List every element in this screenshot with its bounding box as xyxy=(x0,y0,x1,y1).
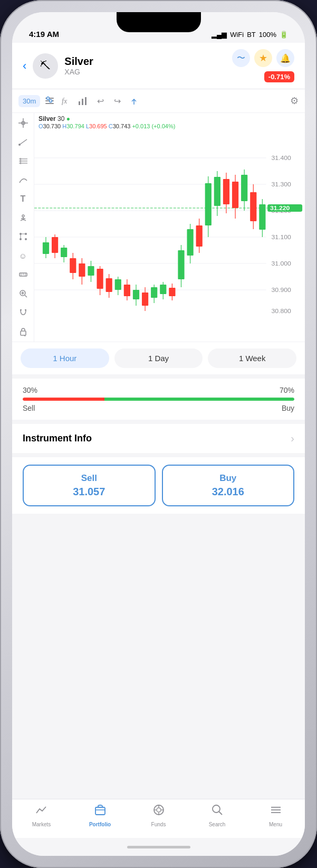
svg-rect-58 xyxy=(52,237,58,253)
sell-price: 31.057 xyxy=(31,486,147,498)
hline-tool[interactable] xyxy=(16,155,31,167)
asset-code: XAG xyxy=(64,68,226,76)
status-icons: ▂▄▆ WiFi BT 100% 🔋 xyxy=(212,31,288,39)
funds-icon xyxy=(152,804,165,819)
header-top-icons: 〜 ★ 🔔 xyxy=(232,49,294,67)
svg-rect-105 xyxy=(95,807,105,815)
formula-button[interactable]: fx xyxy=(59,93,74,108)
chart-type-button[interactable] xyxy=(76,93,91,108)
wave-button[interactable]: 〜 xyxy=(232,49,250,67)
svg-rect-82 xyxy=(160,285,166,294)
ruler-tool[interactable] xyxy=(16,269,31,280)
svg-rect-102 xyxy=(250,192,256,221)
svg-text:31.400: 31.400 xyxy=(271,155,291,161)
tab-search[interactable]: Search xyxy=(188,804,246,827)
draw-button[interactable] xyxy=(127,93,141,108)
svg-rect-86 xyxy=(178,250,184,279)
text-tool[interactable]: T xyxy=(16,193,31,205)
chart-section: 30m fx xyxy=(12,89,305,374)
svg-rect-88 xyxy=(187,229,193,256)
avatar: ⛏ xyxy=(33,53,58,79)
alert-button[interactable]: 🔔 xyxy=(276,49,294,67)
svg-point-3 xyxy=(47,97,50,100)
svg-text:fx: fx xyxy=(62,97,68,105)
buy-label: Buy xyxy=(282,404,294,412)
undo-button[interactable]: ↩ xyxy=(93,93,108,108)
period-1day[interactable]: 1 Day xyxy=(114,348,203,368)
lock-tool[interactable] xyxy=(16,326,31,337)
chart-canvas[interactable]: Silver 30 ● O30.730 H30.794 L30.695 C30.… xyxy=(34,113,305,342)
svg-rect-64 xyxy=(79,263,85,277)
wifi-icon: WiFi xyxy=(230,31,244,39)
svg-text:30.900: 30.900 xyxy=(271,287,291,293)
period-1week[interactable]: 1 Week xyxy=(208,348,296,368)
sentiment-buy-bar xyxy=(104,398,295,401)
home-bar xyxy=(127,846,190,848)
sell-button[interactable]: Sell 31.057 xyxy=(23,465,156,506)
search-label: Search xyxy=(209,822,226,827)
search-icon xyxy=(211,804,224,819)
emoji-tool[interactable]: ☺ xyxy=(16,250,31,261)
tab-funds[interactable]: Funds xyxy=(129,804,188,827)
svg-text:31.100: 31.100 xyxy=(271,234,291,240)
time-periods: 1 Hour 1 Day 1 Week xyxy=(12,342,305,374)
timeframe-button[interactable]: 30m xyxy=(18,95,40,107)
price-change-badge: -0.71% xyxy=(264,71,294,82)
asset-info: Silver XAG xyxy=(64,55,226,76)
trade-section: Sell 31.057 Buy 32.016 xyxy=(12,457,305,514)
buy-percentage: 70% xyxy=(280,386,294,394)
svg-point-13 xyxy=(18,144,21,146)
anchor-tool[interactable] xyxy=(16,212,31,224)
svg-point-4 xyxy=(50,100,52,102)
tab-markets[interactable]: Markets xyxy=(12,804,71,827)
chevron-right-icon: › xyxy=(291,432,294,445)
battery-icon: 100% xyxy=(259,31,276,39)
tab-portfolio[interactable]: Portfolio xyxy=(71,804,129,827)
favorite-button[interactable]: ★ xyxy=(254,49,272,67)
bluetooth-icon: BT xyxy=(247,31,256,39)
svg-rect-96 xyxy=(223,179,229,204)
buy-button[interactable]: Buy 32.016 xyxy=(162,465,295,506)
header-actions: 〜 ★ 🔔 -0.71% xyxy=(232,49,294,82)
tab-menu[interactable]: Menu xyxy=(246,804,305,827)
asset-header: ‹ ⛏ Silver XAG 〜 ★ 🔔 -0.71% xyxy=(12,43,305,89)
svg-rect-68 xyxy=(97,269,103,289)
svg-rect-98 xyxy=(232,182,238,208)
svg-point-113 xyxy=(213,805,220,813)
asset-name: Silver xyxy=(64,55,226,68)
magnet-tool[interactable] xyxy=(16,307,31,318)
indicators-button[interactable] xyxy=(42,93,57,108)
tab-bar: Markets Portfolio xyxy=(12,799,305,838)
curve-tool[interactable] xyxy=(16,174,31,186)
markets-label: Markets xyxy=(32,822,51,827)
path-tool[interactable] xyxy=(16,231,31,243)
svg-rect-37 xyxy=(21,331,26,335)
redo-button[interactable]: ↪ xyxy=(110,93,124,108)
period-1hour[interactable]: 1 Hour xyxy=(21,348,109,368)
svg-line-12 xyxy=(20,139,27,145)
back-button[interactable]: ‹ xyxy=(23,59,26,73)
svg-rect-76 xyxy=(133,290,139,299)
chart-toolbar: 30m fx xyxy=(12,89,305,113)
svg-rect-84 xyxy=(169,288,175,296)
battery-bar: 🔋 xyxy=(280,31,288,39)
crosshair-tool[interactable] xyxy=(16,117,31,129)
svg-rect-72 xyxy=(115,279,121,290)
portfolio-icon xyxy=(94,804,107,819)
zoom-tool[interactable] xyxy=(16,288,31,299)
svg-rect-6 xyxy=(79,101,80,105)
instrument-info-title: Instrument Info xyxy=(23,433,92,444)
svg-rect-2 xyxy=(45,103,54,104)
sentiment-bar xyxy=(23,398,294,401)
svg-text:30.800: 30.800 xyxy=(271,308,291,314)
svg-rect-94 xyxy=(214,177,220,206)
sentiment-percentages: 30% 70% xyxy=(23,386,294,394)
svg-point-24 xyxy=(25,238,27,240)
instrument-info-section[interactable]: Instrument Info › xyxy=(12,424,305,453)
svg-rect-92 xyxy=(205,183,212,225)
menu-label: Menu xyxy=(269,822,282,827)
settings-button[interactable]: ⚙ xyxy=(290,95,299,107)
buy-price: 32.016 xyxy=(170,486,286,498)
chart-period: 30 xyxy=(57,115,66,122)
line-tool[interactable] xyxy=(16,136,31,148)
